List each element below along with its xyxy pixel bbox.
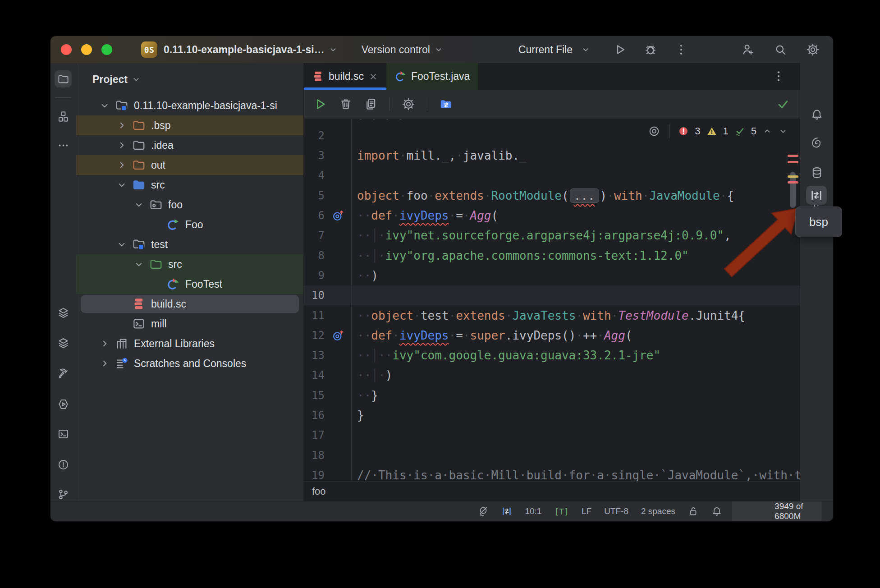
code-with-me-button[interactable] xyxy=(741,43,755,56)
search-everywhere-button[interactable] xyxy=(774,43,787,56)
override-gutter-icon[interactable] xyxy=(325,209,351,222)
ok-badge-icon[interactable] xyxy=(734,126,745,137)
code-line-19[interactable]: 19//·This·is·a·basic·Mill·build·for·a·si… xyxy=(304,465,800,481)
layers-tool-button[interactable] xyxy=(55,304,72,321)
code-line-18[interactable]: 18 xyxy=(304,446,800,465)
code-line-13[interactable]: 13··│··ivy"com.google.guava:guava:33.2.1… xyxy=(304,345,800,365)
zoom-window-button[interactable] xyxy=(101,44,112,55)
chevron-down-icon[interactable] xyxy=(133,199,145,211)
encoding-widget[interactable]: UTF-8 xyxy=(598,506,635,516)
chevron-down-icon[interactable] xyxy=(328,45,338,55)
code-line-14[interactable]: 14··│·) xyxy=(304,365,800,385)
tree-item-scratches-and-consoles[interactable]: Scratches and Consoles xyxy=(76,354,303,373)
run-button[interactable] xyxy=(613,43,627,56)
problems-tool-button[interactable] xyxy=(55,456,72,473)
type-aware-highlighting-widget[interactable]: [T] xyxy=(548,507,575,516)
code-line-3[interactable]: 3import·mill._,·javalib._ xyxy=(304,146,800,165)
tree-item-src[interactable]: src xyxy=(76,175,303,195)
tab-build-sc[interactable]: build.sc xyxy=(304,63,386,90)
error-stripe-mark[interactable] xyxy=(788,161,798,163)
structure-tool-button[interactable] xyxy=(55,108,72,125)
tree-item-foo[interactable]: foo xyxy=(76,195,303,215)
code-line-10[interactable]: 10 xyxy=(304,285,800,305)
more-tools-button[interactable] xyxy=(55,137,72,154)
chevron-right-icon[interactable] xyxy=(116,119,128,131)
close-icon[interactable] xyxy=(368,72,378,82)
caret-position-widget[interactable]: 10:1 xyxy=(518,506,548,516)
bsp-status-widget[interactable] xyxy=(495,506,518,517)
load-changes-button[interactable] xyxy=(439,97,453,111)
tree-item-footest[interactable]: FooTest xyxy=(76,274,303,294)
tree-item-test[interactable]: test xyxy=(76,234,303,254)
code-line-17[interactable]: 17 xyxy=(304,425,800,445)
tree-item-external-libraries[interactable]: External Libraries xyxy=(76,334,303,354)
code-line-11[interactable]: 11··object·test·extends·JavaTests·with·T… xyxy=(304,305,800,325)
tree-item-mill[interactable]: mill xyxy=(76,314,303,334)
build-tool-button[interactable] xyxy=(55,365,72,382)
indent-widget[interactable]: 2 spaces xyxy=(635,506,682,516)
notifications-bell-icon[interactable] xyxy=(811,108,823,121)
warning-badge-icon[interactable] xyxy=(706,126,717,137)
project-badge[interactable]: 0S xyxy=(141,41,157,58)
chevron-right-icon[interactable] xyxy=(99,358,110,369)
project-panel-header[interactable]: Project xyxy=(76,63,303,96)
warning-stripe-mark[interactable] xyxy=(788,175,798,178)
chevron-down-icon[interactable] xyxy=(116,239,128,250)
database-icon[interactable] xyxy=(811,166,823,179)
code-line-9[interactable]: 9··) xyxy=(304,266,800,285)
terminal-tool-button[interactable] xyxy=(55,425,72,442)
tree-item-0-11-10-example-basicjava-1-si[interactable]: 0.11.10-example-basicjava-1-si xyxy=(76,96,303,115)
tree-item-src[interactable]: src xyxy=(76,254,303,274)
more-actions-kebab-icon[interactable] xyxy=(674,43,688,56)
chevron-down-icon[interactable] xyxy=(99,100,110,111)
error-stripe-mark[interactable] xyxy=(788,155,798,157)
version-control-menu[interactable]: Version control xyxy=(362,44,444,56)
code-line-12[interactable]: 12··def·ivyDeps·=·super.ivyDeps()·++·Agg… xyxy=(304,326,800,345)
breadcrumb-item[interactable]: foo xyxy=(312,486,326,497)
code-line-5[interactable]: 5object·foo·extends·RootModule(...)·with… xyxy=(304,186,800,206)
git-tool-button[interactable] xyxy=(55,486,72,503)
code-line-6[interactable]: 6··def·ivyDeps·=·Agg( xyxy=(304,206,800,225)
tree-item-foo[interactable]: Foo xyxy=(76,215,303,234)
error-stripe[interactable] xyxy=(787,119,799,481)
tree-item-out[interactable]: out xyxy=(76,155,303,175)
chevron-right-icon[interactable] xyxy=(116,139,128,151)
write-access-lock-widget[interactable] xyxy=(682,506,705,517)
code-line-15[interactable]: 15··} xyxy=(304,386,800,405)
inspections-widget[interactable]: 3 1 5 xyxy=(648,124,788,138)
chevron-right-icon[interactable] xyxy=(116,159,128,171)
minimize-window-button[interactable] xyxy=(81,44,92,55)
tree-item--bsp[interactable]: .bsp xyxy=(76,115,303,135)
error-badge-icon[interactable] xyxy=(678,126,689,137)
line-separator-widget[interactable]: LF xyxy=(575,506,598,516)
run-configuration-widget[interactable]: Current File xyxy=(518,43,688,56)
copy-button[interactable] xyxy=(364,97,378,111)
layers2-tool-button[interactable] xyxy=(55,334,72,351)
code-line-4[interactable]: 4 xyxy=(304,165,800,185)
project-tool-button[interactable] xyxy=(55,70,72,87)
tab-footest-java[interactable]: FooTest.java xyxy=(386,63,478,90)
chevron-down-icon[interactable] xyxy=(133,258,145,270)
preview-eye-icon[interactable] xyxy=(648,125,660,138)
notifications-widget[interactable] xyxy=(705,506,729,517)
tree-item--idea[interactable]: .idea xyxy=(76,135,303,155)
services-tool-button[interactable] xyxy=(55,395,72,413)
close-window-button[interactable] xyxy=(61,44,72,55)
prev-problem-chevron-icon[interactable] xyxy=(762,126,772,136)
chevron-right-icon[interactable] xyxy=(99,338,110,349)
code-editor[interactable]: ····23import·mill._,·javalib._45object·f… xyxy=(304,119,800,481)
code-line-16[interactable]: 16} xyxy=(304,405,800,425)
run-script-button[interactable] xyxy=(313,97,327,111)
chevron-down-icon[interactable] xyxy=(116,179,128,191)
next-problem-chevron-icon[interactable] xyxy=(778,126,788,136)
code-line-7[interactable]: 7··│·ivy"net.sourceforge.argparse4j:argp… xyxy=(304,225,800,245)
settings-button[interactable] xyxy=(806,43,820,56)
ai-assistant-icon[interactable] xyxy=(811,137,823,149)
tree-item-build-sc[interactable]: build.sc xyxy=(76,294,303,314)
delete-button[interactable] xyxy=(339,97,353,111)
error-stripe-mark[interactable] xyxy=(788,181,798,184)
highlighting-level-widget[interactable] xyxy=(472,506,495,517)
project-title[interactable]: 0.11.10-example-basicjava-1-si… xyxy=(164,44,325,56)
settings-gear-button[interactable] xyxy=(402,97,415,111)
bsp-tool-button[interactable] xyxy=(806,186,827,205)
